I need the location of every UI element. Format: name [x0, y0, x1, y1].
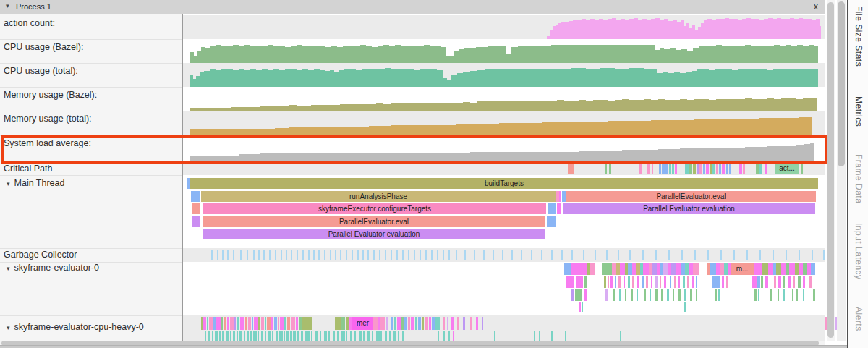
gc-event-tick[interactable]	[448, 250, 450, 260]
trace-slice[interactable]	[470, 317, 472, 330]
trace-slice[interactable]	[639, 164, 642, 174]
gc-event-tick[interactable]	[531, 250, 532, 260]
trace-slice[interactable]	[620, 331, 621, 341]
trace-slice[interactable]	[647, 164, 650, 174]
trace-slice[interactable]	[674, 276, 676, 288]
trace-slice[interactable]	[778, 289, 779, 301]
trace-slice[interactable]	[693, 263, 699, 275]
trace-slice[interactable]	[301, 331, 303, 341]
trace-slice[interactable]	[548, 203, 556, 214]
trace-slice[interactable]	[346, 317, 349, 330]
trace-slice[interactable]	[341, 317, 345, 330]
trace-slice[interactable]	[261, 317, 264, 330]
sidebar-tab-frame-data[interactable]: Frame Data	[854, 154, 864, 203]
trace-slice[interactable]	[448, 331, 450, 341]
gc-event-tick[interactable]	[502, 250, 503, 260]
trace-slice[interactable]	[482, 317, 483, 330]
trace-slice[interactable]	[302, 317, 312, 330]
trace-slice[interactable]	[250, 331, 252, 341]
trace-slice[interactable]	[230, 331, 231, 341]
trace-slice[interactable]	[212, 331, 213, 341]
gc-event-tick[interactable]	[746, 250, 748, 260]
trace-slice[interactable]	[284, 331, 285, 341]
gc-event-tick[interactable]	[373, 250, 375, 260]
trace-slice[interactable]	[551, 331, 553, 341]
trace-slice[interactable]	[659, 164, 661, 174]
trace-slice[interactable]	[655, 276, 658, 288]
trace-slice[interactable]	[187, 178, 190, 189]
trace-slice[interactable]	[754, 263, 762, 275]
trace-slice[interactable]	[761, 276, 763, 288]
gc-event-tick[interactable]	[367, 250, 369, 260]
trace-slice[interactable]	[389, 331, 391, 341]
trace-slice[interactable]	[743, 164, 745, 174]
trace-slice-labeled[interactable]: m...	[731, 263, 754, 275]
trace-slice[interactable]	[380, 331, 382, 341]
gc-event-tick[interactable]	[379, 250, 380, 260]
trace-slice[interactable]	[788, 276, 791, 288]
gc-event-tick[interactable]	[561, 250, 563, 260]
gc-event-tick[interactable]	[291, 250, 292, 260]
trace-slice[interactable]	[669, 164, 671, 174]
trace-slice-labeled[interactable]: mer	[352, 317, 373, 330]
trace-slice[interactable]	[557, 203, 561, 214]
gc-event-tick[interactable]	[551, 250, 553, 260]
trace-slice-labeled[interactable]: runAnalysisPhase	[201, 191, 556, 202]
track-label-main_thread[interactable]: ▾Main Thread	[0, 178, 186, 189]
gc-event-tick[interactable]	[606, 250, 608, 260]
trace-slice[interactable]	[793, 276, 795, 288]
trace-slice[interactable]	[758, 289, 760, 301]
gc-event-tick[interactable]	[318, 250, 320, 260]
gc-event-tick[interactable]	[474, 250, 475, 260]
trace-slice[interactable]	[272, 331, 273, 341]
trace-slice[interactable]	[678, 289, 681, 301]
trace-slice[interactable]	[398, 331, 399, 341]
trace-slice[interactable]	[248, 317, 251, 330]
trace-slice[interactable]	[219, 331, 221, 341]
trace-slice[interactable]	[268, 331, 271, 341]
trace-slice[interactable]	[252, 317, 253, 330]
trace-slice[interactable]	[590, 263, 595, 275]
trace-slice[interactable]	[539, 331, 540, 341]
trace-slice[interactable]	[279, 331, 283, 341]
trace-slice[interactable]	[729, 164, 731, 174]
trace-slice[interactable]	[565, 331, 566, 341]
gc-event-tick[interactable]	[521, 250, 522, 260]
trace-slice[interactable]	[571, 263, 587, 275]
gc-event-tick[interactable]	[313, 250, 315, 260]
trace-slice[interactable]	[224, 317, 226, 330]
trace-slice[interactable]	[239, 331, 242, 341]
trace-slice[interactable]	[696, 289, 697, 301]
gc-event-tick[interactable]	[618, 250, 619, 260]
gc-event-tick[interactable]	[571, 250, 573, 260]
trace-slice[interactable]	[547, 216, 556, 227]
trace-slice-labeled[interactable]: buildTargets	[190, 178, 818, 189]
trace-slice[interactable]	[756, 164, 759, 174]
trace-slice[interactable]	[397, 317, 401, 330]
trace-slice[interactable]	[315, 331, 318, 341]
trace-slice[interactable]	[650, 289, 651, 301]
gc-event-tick[interactable]	[583, 250, 584, 260]
trace-slice[interactable]	[631, 289, 633, 301]
trace-slice[interactable]	[726, 164, 728, 174]
trace-slice[interactable]	[463, 317, 465, 330]
trace-slice[interactable]	[230, 317, 234, 330]
gc-event-tick[interactable]	[786, 250, 787, 260]
trace-slice[interactable]	[712, 164, 715, 174]
trace-slice[interactable]	[305, 331, 310, 341]
trace-slice[interactable]	[237, 317, 239, 330]
trace-slice[interactable]	[765, 276, 768, 288]
trace-slice[interactable]	[796, 289, 798, 301]
trace-slice[interactable]	[646, 276, 648, 288]
trace-slice[interactable]	[752, 276, 757, 288]
trace-slice[interactable]	[258, 331, 259, 341]
trace-slice[interactable]	[278, 317, 279, 330]
trace-slice[interactable]	[293, 331, 296, 341]
trace-slice[interactable]	[803, 289, 804, 301]
trace-slice[interactable]	[422, 317, 424, 330]
trace-slice[interactable]	[673, 289, 674, 301]
gc-event-tick[interactable]	[253, 250, 255, 260]
trace-slice[interactable]	[216, 317, 221, 330]
trace-slice[interactable]	[692, 276, 694, 288]
gc-event-tick[interactable]	[258, 250, 260, 260]
